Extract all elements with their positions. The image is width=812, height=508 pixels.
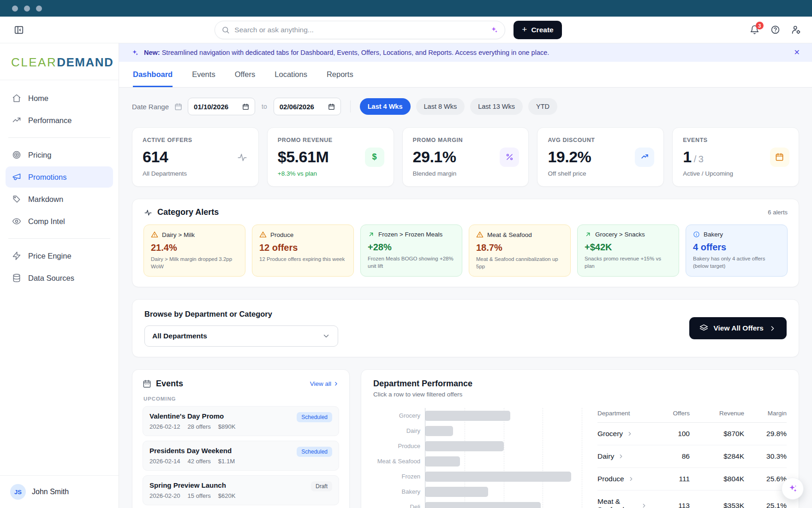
alert-card-bakery[interactable]: Bakery 4 offers Bakery has only 4 active… — [686, 224, 788, 277]
alert-card-grocery-snacks[interactable]: Grocery > Snacks +$42K Snacks promo reve… — [577, 224, 679, 277]
tab-events[interactable]: Events — [192, 62, 215, 87]
alert-value: 21.4% — [151, 242, 238, 253]
sidebar-item-promotions[interactable]: Promotions — [6, 166, 113, 188]
sidebar-item-data-sources[interactable]: Data Sources — [6, 267, 113, 289]
alert-card-dairy-milk[interactable]: Dairy > Milk 21.4% Dairy > Milk margin d… — [143, 224, 245, 277]
app-header: + Create 3 — [0, 17, 812, 43]
gridline — [582, 408, 582, 508]
sidebar-item-performance[interactable]: Performance — [6, 110, 113, 131]
search-input[interactable] — [234, 26, 485, 34]
table-row-grocery[interactable]: Grocery 100 $870K 29.8% — [597, 423, 787, 445]
kpi-value: 614 — [143, 148, 248, 166]
layers-icon — [699, 324, 708, 333]
sidebar-user[interactable]: JS John Smith — [0, 475, 119, 508]
table-header: Department Offers Revenue Margin — [597, 408, 787, 423]
calendar-icon[interactable] — [242, 103, 249, 110]
sidebar-item-label: Performance — [28, 116, 72, 125]
date-range-label: Date Range — [132, 103, 169, 111]
category-alerts-section: Category Alerts 6 alerts Dairy > Milk 21… — [132, 199, 799, 287]
sidebar-item-home[interactable]: Home — [6, 88, 113, 109]
banner-close-button[interactable]: ✕ — [794, 49, 800, 56]
chart-category-label: Grocery — [373, 408, 425, 423]
kpi-title: AVG DISCOUNT — [548, 137, 653, 143]
event-date: 2026-02-20 — [149, 492, 180, 499]
alert-description: 12 Produce offers expiring this week — [259, 255, 346, 263]
sidebar-collapse-button[interactable] — [11, 22, 27, 38]
alert-category: Bakery — [704, 231, 723, 238]
alerts-row: Dairy > Milk 21.4% Dairy > Milk margin d… — [143, 224, 788, 277]
alert-description: Frozen Meals BOGO showing +28% unit lift — [368, 255, 455, 270]
divider — [350, 100, 351, 112]
preset-ytd[interactable]: YTD — [528, 98, 557, 115]
alert-value: 12 offers — [259, 242, 346, 253]
sidebar-item-pricing[interactable]: Pricing — [6, 144, 113, 165]
alert-card-produce[interactable]: Produce 12 offers 12 Produce offers expi… — [252, 224, 354, 277]
home-icon — [12, 94, 21, 103]
end-date-input[interactable]: 02/06/2026 — [274, 98, 341, 115]
user-settings-button[interactable] — [791, 25, 801, 35]
sparkles-icon — [131, 49, 139, 57]
chart-category-label: Produce — [373, 438, 425, 454]
tab-dashboard[interactable]: Dashboard — [133, 62, 173, 87]
main-tabs: Dashboard Events Offers Locations Report… — [119, 62, 812, 88]
kpi-subtitle: Off shelf price — [548, 170, 653, 177]
sparkles-icon — [788, 484, 798, 494]
tab-offers[interactable]: Offers — [235, 62, 256, 87]
chart-bar — [425, 411, 510, 421]
activity-icon — [143, 208, 153, 217]
preset-last-13-wks[interactable]: Last 13 Wks — [470, 98, 523, 115]
sidebar-item-comp-intel[interactable]: Comp Intel — [6, 211, 113, 232]
view-all-offers-button[interactable]: View All Offers — [689, 317, 787, 339]
window-control-dot[interactable] — [24, 6, 30, 12]
table-row-produce[interactable]: Produce 111 $804K 25.6% — [597, 468, 787, 490]
event-item-spring-preview[interactable]: Spring Preview Launch 2026-02-20 15 offe… — [143, 475, 339, 505]
create-button[interactable]: + Create — [513, 21, 561, 39]
arrow-up-right-icon — [368, 231, 375, 238]
alert-value: +28% — [368, 242, 455, 253]
table-row-dairy[interactable]: Dairy 86 $284K 30.3% — [597, 445, 787, 468]
column-header: Margin — [744, 410, 787, 417]
table-row-meat-seafood[interactable]: Meat & Seafood 113 $353K 25.1% — [597, 490, 787, 508]
alert-description: Dairy > Milk margin dropped 3.2pp WoW — [151, 255, 238, 270]
notifications-button[interactable]: 3 — [750, 25, 759, 35]
create-button-label: Create — [531, 26, 553, 34]
event-item-valentines[interactable]: Valentine's Day Promo 2026-02-12 28 offe… — [143, 406, 339, 436]
start-date-input[interactable]: 01/10/2026 — [188, 98, 255, 115]
end-date-value: 02/06/2026 — [280, 103, 314, 111]
sidebar-item-label: Promotions — [28, 173, 66, 182]
events-view-all-link[interactable]: View all — [310, 380, 339, 387]
chart-category-label: Dairy — [373, 423, 425, 438]
section-title: Category Alerts — [157, 207, 219, 217]
help-circle-icon — [770, 25, 780, 35]
sidebar: CLEARDEMAND Home Performance Pricing Pro… — [0, 43, 119, 508]
ai-sparkle-icon[interactable] — [490, 26, 498, 34]
help-button[interactable] — [770, 25, 780, 35]
tab-locations[interactable]: Locations — [275, 62, 307, 87]
notification-badge: 3 — [756, 22, 764, 30]
sidebar-item-price-engine[interactable]: Price Engine — [6, 245, 113, 266]
alert-card-meat-seafood[interactable]: Meat & Seafood 18.7% Meat & Seafood cann… — [469, 224, 571, 277]
tab-reports[interactable]: Reports — [327, 62, 353, 87]
calendar-icon[interactable] — [328, 103, 335, 110]
event-value: $1.1M — [218, 458, 235, 465]
sidebar-item-label: Comp Intel — [28, 217, 65, 226]
ai-assistant-button[interactable] — [782, 478, 804, 500]
tag-icon — [12, 195, 21, 204]
banner-text: New: Streamlined navigation with dedicat… — [144, 49, 549, 56]
event-item-presidents-day[interactable]: Presidents Day Weekend 2026-02-14 42 off… — [143, 441, 339, 471]
preset-last-8-wks[interactable]: Last 8 Wks — [416, 98, 465, 115]
view-all-offers-label: View All Offers — [713, 324, 764, 332]
preset-last-4-wks[interactable]: Last 4 Wks — [360, 98, 411, 115]
kpi-promo-revenue: PROMO REVENUE $5.61M +8.3% vs plan $ — [267, 127, 394, 187]
zap-icon — [12, 251, 21, 260]
sidebar-item-markdown[interactable]: Markdown — [6, 189, 113, 210]
department-select[interactable]: All Departments — [144, 325, 338, 347]
event-name: Valentine's Day Promo — [149, 412, 235, 420]
window-control-dot[interactable] — [36, 6, 42, 12]
announcement-banner: New: Streamlined navigation with dedicat… — [119, 43, 812, 62]
event-date: 2026-02-14 — [149, 458, 180, 465]
sidebar-item-label: Price Engine — [28, 252, 72, 260]
calendar-icon — [174, 103, 182, 111]
window-control-dot[interactable] — [12, 6, 18, 12]
alert-card-frozen-meals[interactable]: Frozen > Frozen Meals +28% Frozen Meals … — [360, 224, 462, 277]
